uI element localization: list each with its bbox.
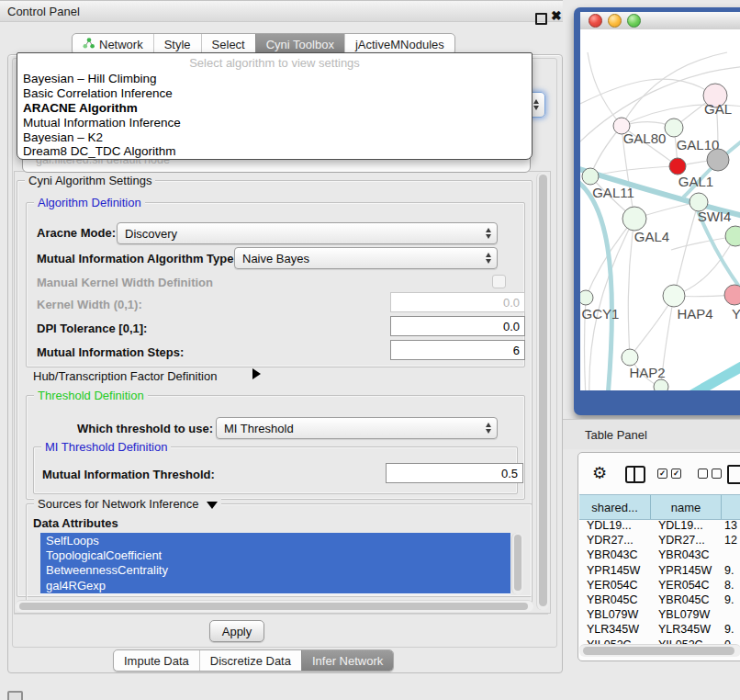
table-cell[interactable]: 13	[722, 519, 740, 532]
docked-panel-icon[interactable]	[7, 691, 23, 700]
table-row[interactable]: YLR345WYLR345W9.	[579, 622, 740, 637]
algorithm-popup-item[interactable]: Bayesian – K2	[17, 130, 532, 144]
window-minimize-icon[interactable]	[608, 14, 622, 28]
screen: Control Panel ✖ Network Style Select Cyn…	[0, 0, 740, 700]
data-attributes-list[interactable]: SelfLoopsTopologicalCoefficientBetweenne…	[40, 533, 510, 594]
mi-threshold-field[interactable]: 0.5	[386, 463, 523, 483]
dpi-tolerance-value: 0.0	[503, 320, 520, 333]
manual-kernel-label: Manual Kernel Width Definition	[37, 276, 213, 289]
network-node[interactable]	[665, 119, 683, 137]
network-node[interactable]	[622, 349, 638, 366]
dpi-tolerance-field[interactable]: 0.0	[390, 316, 525, 336]
table-cell[interactable]: 9.	[722, 564, 740, 577]
aracne-mode-combo[interactable]: Discovery	[117, 222, 498, 244]
tab-cyni-toolbox[interactable]: Cyni Toolbox	[255, 34, 344, 54]
attribute-list-item[interactable]: SelfLoops	[40, 533, 510, 548]
network-node[interactable]	[669, 158, 686, 175]
table-row[interactable]: YER054CYER054C8.	[579, 578, 740, 593]
aracne-mode-value: Discovery	[125, 227, 177, 241]
network-node[interactable]	[654, 379, 668, 390]
table-cell[interactable]: YPR145W	[579, 564, 651, 577]
tab-style[interactable]: Style	[153, 34, 201, 54]
mi-steps-field[interactable]: 6	[390, 340, 525, 360]
attributes-vertical-scrollbar[interactable]	[511, 533, 523, 594]
mi-type-combo[interactable]: Naive Bayes	[234, 247, 498, 269]
table-row[interactable]: YDR27...YDR27...12	[579, 533, 740, 548]
algorithm-popup-item[interactable]: Mutual Information Inference	[17, 115, 532, 130]
network-node[interactable]	[707, 149, 729, 171]
expander-down-arrow-icon	[207, 502, 218, 509]
table-cell[interactable]: YDR27...	[579, 534, 651, 547]
network-node-label: HAP2	[629, 365, 665, 380]
tab-discretize-data[interactable]: Discretize Data	[199, 650, 301, 671]
table-cell[interactable]: YDL19...	[579, 519, 651, 532]
attribute-list-item[interactable]: gal4RGexp	[40, 578, 510, 593]
table-cell[interactable]: YDL19...	[651, 519, 722, 532]
table-cell[interactable]: YBR043C	[651, 548, 722, 561]
tab-jactivemnodules-label: jActiveMNodules	[355, 38, 444, 51]
divider	[14, 614, 548, 615]
close-icon[interactable]: ✖	[551, 8, 562, 23]
which-threshold-combo[interactable]: MI Threshold	[216, 417, 498, 439]
settings-horizontal-scrollbar[interactable]	[16, 600, 533, 612]
expander-right-arrow-icon[interactable]	[252, 368, 261, 379]
float-window-icon[interactable]	[535, 13, 547, 25]
settings-vertical-scrollbar[interactable]	[536, 173, 549, 610]
algorithm-popup-item[interactable]: Bayesian – Hill Climbing	[17, 72, 532, 86]
network-node[interactable]	[724, 285, 740, 305]
column-header-shared-name[interactable]: shared...	[579, 495, 651, 519]
table-row[interactable]: YPR145WYPR145W9.	[579, 563, 740, 578]
column-header-truncated[interactable]	[722, 495, 740, 519]
network-node[interactable]	[622, 207, 646, 231]
table-cell[interactable]: 12	[722, 534, 740, 547]
tab-jactivemnodules[interactable]: jActiveMNodules	[344, 34, 454, 54]
network-node[interactable]	[663, 285, 685, 307]
tab-impute-data[interactable]: Impute Data	[114, 650, 199, 671]
table-cell[interactable]: YDR27...	[651, 534, 722, 547]
table-cell[interactable]: YLR345W	[579, 623, 651, 636]
hub-definition-expander-label[interactable]: Hub/Transcription Factor Definition	[33, 369, 217, 383]
kernel-width-field[interactable]: 0.0	[390, 292, 525, 312]
table-cell[interactable]: YER054C	[651, 579, 722, 592]
table-cell[interactable]: YLR345W	[651, 623, 722, 636]
table-cell[interactable]: YER054C	[579, 579, 651, 592]
algorithm-popup-item[interactable]: ARACNE Algorithm	[17, 101, 532, 116]
table-cell[interactable]: YBR043C	[579, 548, 651, 561]
table-horizontal-scrollbar[interactable]	[579, 644, 740, 657]
table-cell[interactable]: YBR045C	[651, 593, 722, 606]
table-cell[interactable]: YBL079W	[579, 608, 651, 621]
table-cell[interactable]: 9.	[722, 623, 740, 636]
tab-network[interactable]: Network	[73, 34, 153, 54]
network-node[interactable]	[582, 168, 599, 185]
apply-button[interactable]: Apply	[209, 620, 264, 642]
deselect-columns-icon[interactable]	[698, 469, 722, 479]
column-header-name[interactable]: name	[651, 495, 722, 519]
window-close-icon[interactable]	[589, 14, 602, 28]
table-row[interactable]: YBL079WYBL079W	[579, 607, 740, 622]
split-columns-icon[interactable]	[625, 466, 645, 483]
algorithm-popup-item[interactable]: Basic Correlation Inference	[17, 86, 532, 101]
table-cell[interactable]: YBL079W	[651, 608, 722, 621]
gear-icon[interactable]: ⚙	[592, 463, 607, 483]
network-node[interactable]	[725, 226, 740, 246]
algorithm-popup-item[interactable]: Dream8 DC_TDC Algorithm	[17, 144, 532, 159]
table-cell[interactable]: 9.	[722, 593, 740, 606]
tab-infer-network[interactable]: Infer Network	[301, 650, 393, 671]
manual-kernel-checkbox[interactable]	[492, 275, 506, 288]
table-cell[interactable]: YBR045C	[579, 593, 651, 606]
table-cell[interactable]: YPR145W	[651, 564, 722, 577]
window-zoom-icon[interactable]	[627, 14, 641, 28]
tab-select[interactable]: Select	[201, 34, 255, 54]
table-row[interactable]: YBR045CYBR045C9.	[579, 593, 740, 607]
attribute-list-item[interactable]: TopologicalCoefficient	[40, 548, 510, 562]
select-all-columns-icon[interactable]: ✓✓	[657, 469, 681, 479]
table-row[interactable]: YDL19...YDL19...13	[579, 518, 740, 533]
mi-threshold-definition-title: MI Threshold Definition	[41, 440, 171, 454]
network-view-canvas[interactable]: GALGAL80GAL10GAL1GAL11SWI4GAL4GCY1HAP4YH…	[580, 29, 740, 390]
table-row[interactable]: YBR043CYBR043C	[579, 548, 740, 562]
attribute-list-item[interactable]: BetweennessCentrality	[40, 563, 510, 578]
sources-title[interactable]: Sources for Network Inference	[34, 497, 221, 511]
document-icon[interactable]	[727, 465, 740, 484]
table-cell[interactable]: 8.	[722, 579, 740, 592]
network-node[interactable]	[580, 290, 593, 305]
